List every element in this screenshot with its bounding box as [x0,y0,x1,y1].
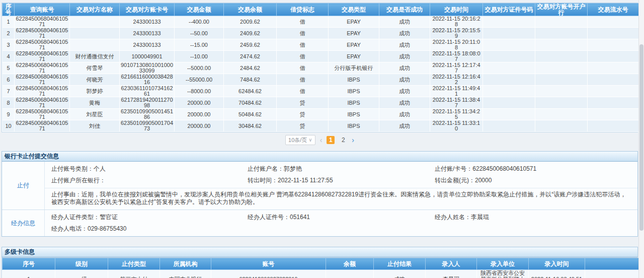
field: 止付账户名：郭梦艳 [248,166,435,172]
page-size-select[interactable]: 10条/页 ∨ [285,135,315,145]
field: 转出时间：2022-11-15 11:27:55 [248,177,435,184]
table-row[interactable]: 16228450068040610571243300133--400.00200… [3,16,639,28]
cell: 6228450068040610571 [15,74,70,86]
cell [588,62,639,74]
cell: 20000.00 [175,109,224,120]
cell: 1000049901 [120,51,175,62]
column-header: 交易对方账号开户行 [535,4,588,16]
cell: 10 [3,120,15,132]
cell: 何雪琴 [70,62,120,74]
cell: 借 [277,51,329,62]
multi-card-table: 序号级别止付类型所属机构账号余额止付结果录入人录入单位录入时间 1一级第三方止付… [2,258,640,278]
pagination: 10条/页 ∨ ‹ 1 2 › [2,135,638,145]
column-header: 借贷标志 [277,4,329,16]
cell: 6228412860827322819 [211,270,326,278]
cell: 2022-11-16 03:40:51 [529,270,585,278]
cell: 成功 [379,28,430,39]
cell: 借 [277,39,329,51]
cell: 243300133 [120,39,175,51]
cell: 第三方止付 [108,270,160,278]
cell [588,120,639,132]
cell [588,39,639,51]
cell: 6228450068040610571 [15,97,70,109]
column-header: 交易时间 [430,4,483,16]
cell: 6235010990500170473 [120,120,175,132]
cell: 刘佳 [70,120,120,132]
cell: 成功 [379,97,430,109]
cell [535,51,588,62]
cell: 2022-11-15 11:34:25 [430,109,483,120]
field: 经办人电话：029-86755430 [51,226,248,232]
cell [585,270,640,278]
table-row[interactable]: 96228450068040610571刘星臣62350109905001451… [3,109,639,120]
cell: EPAY [329,16,379,28]
cell [483,74,535,86]
cell: 贷 [277,109,329,120]
reason-label: 止付事由： [51,191,82,198]
table-row[interactable]: 76228450068040610571郭梦婷62303611010734162… [3,86,639,97]
field: 转出金额(元)：20000 [435,177,634,184]
cell [535,62,588,74]
cell: 7 [3,86,15,97]
cell [588,28,639,39]
prev-page-button[interactable]: ‹ [320,136,323,144]
column-header: 交易金额 [175,4,224,16]
vertical-scrollbar-thumb[interactable] [639,44,643,231]
cell: 2022-11-15 12:17:47 [430,62,483,74]
cell [70,16,120,28]
column-header: 交易余额 [224,4,277,16]
column-header: 止付类型 [108,258,160,270]
table-row[interactable]: 106228450068040610571刘佳62350109905001704… [3,120,639,132]
page-number-2[interactable]: 2 [339,136,347,144]
cell [535,109,588,120]
cell: 6216611600003842816 [120,74,175,86]
cell: 成功 [379,109,430,120]
table-row[interactable]: 36228450068040610571243300133--15.002459… [3,39,639,51]
column-header: 查询账号 [15,4,70,16]
cell [535,16,588,28]
cell: 6228450068040610571 [15,39,70,51]
cell: 分行版手机银行 [329,62,379,74]
table-row[interactable]: 1一级第三方止付中国农业银行6228412860827322819成功李晨琨陕西… [3,270,640,278]
column-header: 所属机构 [160,258,211,270]
cell [588,109,639,120]
cell: 20000.00 [175,97,224,109]
table-row[interactable]: 46228450068040610571财付通微信支付1000049901--1… [3,51,639,62]
reason-text: 近期，我单位在接报刘妮被骗警情中，发现涉案人员利用贵单位相关账户 曹鸿基6228… [51,191,626,205]
cell: 贷 [277,97,329,109]
cell [535,86,588,97]
cell: 6228450068040610571 [15,120,70,132]
cell: 6228450068040610571 [15,16,70,28]
column-header: 交易流水号 [588,4,639,16]
page-number-1[interactable]: 1 [327,136,335,144]
transactions-table: 序号查询账号交易对方名称交易对方账卡号交易金额交易余额借贷标志交易类型交易是否成… [2,3,639,132]
cell: EPAY [329,51,379,62]
cell: --55000.00 [175,74,224,86]
multi-card-section-title: 多级卡信息 [2,247,638,257]
table-row[interactable]: 66228450068040610571何晓芳62166116000038428… [3,74,639,86]
cell: 借 [277,74,329,86]
column-header: 录入单位 [477,258,529,270]
cell [588,86,639,97]
multi-card-table-container: 序号级别止付类型所属机构账号余额止付结果录入人录入单位录入时间 1一级第三方止付… [2,257,638,278]
cell [535,28,588,39]
stop-payment-reason: 止付事由：近期，我单位在接报刘妮被骗警情中，发现涉案人员利用贵单位相关账户 曹鸿… [45,188,637,210]
table-row[interactable]: 86228450068040610571黄梅621728194200112709… [3,97,639,109]
cell: 1 [3,16,15,28]
column-header [585,258,640,270]
vertical-scrollbar-track[interactable] [638,0,644,278]
cell: 2009.62 [224,16,277,28]
cell: 一级 [55,270,108,278]
cell: 成功 [379,62,430,74]
cell: 成功 [379,120,430,132]
cell: 9010713080100100033099 [120,62,175,74]
table-row[interactable]: 56228450068040610571何雪琴90107130801001000… [3,62,639,74]
cell: 刘星臣 [70,109,120,120]
table-row[interactable]: 26228450068040610571243300133--50.002409… [3,28,639,39]
cell: 借 [277,62,329,74]
cell: 贷 [277,120,329,132]
next-page-button[interactable]: › [352,136,354,144]
page-size-label: 10条/页 [288,136,307,144]
cell: 2022-11-15 20:11:08 [430,39,483,51]
cell: 2459.62 [224,39,277,51]
